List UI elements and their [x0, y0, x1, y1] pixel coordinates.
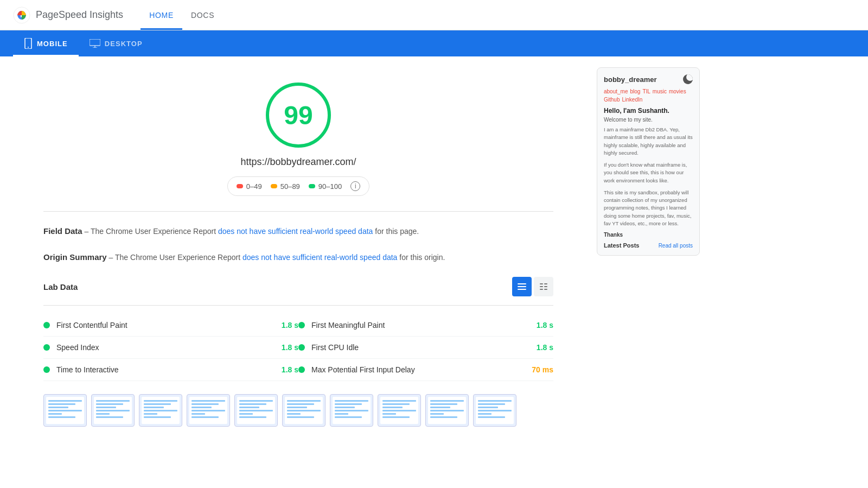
lab-data-header: Lab Data — [43, 277, 553, 296]
origin-summary-text: Origin Summary – The Chrome User Experie… — [43, 251, 553, 264]
moon-icon[interactable] — [683, 74, 693, 84]
screenshot-thumb-6 — [282, 394, 326, 427]
site-nav-link-about[interactable]: about_me — [604, 88, 628, 94]
view-toggle-list[interactable] — [512, 277, 532, 296]
content-area: 99 https://bobbydreamer.com/ 0–49 50–89 … — [0, 56, 597, 440]
metric-dot-fcp — [43, 322, 50, 328]
main-content: 99 https://bobbydreamer.com/ 0–49 50–89 … — [0, 56, 868, 440]
screenshots-strip — [43, 394, 553, 427]
metric-dot-fmp — [298, 322, 305, 328]
site-preview-header: bobby_dreamer — [604, 74, 693, 84]
lab-data-section: Lab Data — [43, 277, 553, 427]
svg-rect-3 — [90, 39, 100, 46]
site-nav-link-linkedin[interactable]: LinkedIn — [622, 97, 642, 103]
list-view-icon — [518, 283, 526, 290]
metric-name-fcp: First Contentful Paint — [56, 321, 266, 329]
svg-rect-9 — [540, 283, 543, 284]
site-preview-thanks: Thanks — [604, 232, 693, 238]
metric-row-fci: First CPU Idle 1.8 s — [298, 337, 553, 359]
site-preview-welcome: Welcome to my site. — [604, 117, 693, 123]
score-number: 99 — [284, 100, 312, 130]
lab-data-title: Lab Data — [43, 282, 78, 291]
svg-rect-7 — [518, 286, 526, 287]
legend-dot-red — [237, 184, 243, 188]
nav-tab-docs[interactable]: DOCS — [182, 0, 223, 30]
legend-label-orange: 50–89 — [280, 182, 300, 191]
field-data-text: Field Data – The Chrome User Experience … — [43, 225, 553, 238]
screenshot-thumb-4 — [187, 394, 230, 427]
site-nav-links: about_me blog TIL music movies Github Li… — [604, 88, 693, 103]
metric-name-fci: First CPU Idle — [311, 343, 521, 352]
info-icon[interactable]: i — [350, 181, 360, 191]
metric-row-fcp: First Contentful Paint 1.8 s — [43, 314, 298, 337]
svg-rect-10 — [540, 286, 543, 287]
legend-item-red: 0–49 — [237, 182, 262, 191]
legend-label-red: 0–49 — [246, 182, 262, 191]
screenshot-thumb-3 — [139, 394, 182, 427]
sidebar-preview: bobby_dreamer about_me blog TIL music mo… — [597, 67, 705, 429]
site-nav-link-movies[interactable]: movies — [669, 88, 686, 94]
nav-tabs: HOME DOCS — [141, 0, 223, 30]
screenshot-thumb-5 — [234, 394, 278, 427]
score-circle: 99 — [266, 83, 331, 148]
screenshot-thumb-2 — [91, 394, 135, 427]
metrics-divider — [43, 305, 553, 306]
nav-tab-home[interactable]: HOME — [141, 0, 182, 30]
metric-value-fci: 1.8 s — [521, 343, 553, 352]
device-tab-mobile[interactable]: MOBILE — [13, 30, 79, 56]
metric-name-mpfid: Max Potential First Input Delay — [311, 365, 521, 374]
legend-label-green: 90–100 — [318, 182, 342, 191]
site-preview-latest-posts: Latest Posts — [604, 242, 639, 249]
desktop-icon — [90, 39, 100, 48]
origin-summary-heading: Origin Summary — [43, 252, 107, 262]
legend-item-orange: 50–89 — [271, 182, 300, 191]
screenshot-thumb-10 — [473, 394, 516, 427]
svg-rect-14 — [544, 289, 547, 290]
metric-name-tti: Time to Interactive — [56, 365, 266, 374]
score-section: 99 https://bobbydreamer.com/ 0–49 50–89 … — [43, 69, 553, 207]
svg-rect-6 — [518, 283, 526, 284]
app-title: PageSpeed Insights — [36, 9, 123, 21]
legend-dot-orange — [271, 184, 277, 188]
site-nav-link-github[interactable]: Github — [604, 97, 620, 103]
screenshot-thumb-8 — [378, 394, 421, 427]
site-nav-link-music[interactable]: music — [653, 88, 667, 94]
metric-value-fmp: 1.8 s — [521, 321, 553, 329]
screenshot-thumb-1 — [43, 394, 87, 427]
site-preview-name: bobby_dreamer — [604, 75, 657, 84]
site-preview-body2: If you don't know what mainframe is, you… — [604, 161, 693, 185]
read-all-posts-link[interactable]: Read all posts — [659, 243, 693, 249]
metric-dot-fci — [298, 344, 305, 351]
site-nav-link-blog[interactable]: blog — [630, 88, 640, 94]
svg-rect-12 — [544, 283, 547, 284]
mobile-icon — [24, 38, 33, 49]
site-preview-card: bobby_dreamer about_me blog TIL music mo… — [597, 67, 700, 256]
metric-dot-si — [43, 344, 50, 351]
site-nav-link-til[interactable]: TIL — [642, 88, 650, 94]
view-toggles — [512, 277, 553, 296]
svg-rect-11 — [540, 289, 543, 290]
site-preview-greeting: Hello, I'am Sushanth. — [604, 107, 693, 115]
score-divider — [43, 211, 553, 212]
field-data-link[interactable]: does not have sufficient real-world spee… — [218, 227, 373, 236]
site-preview-body1: I am a mainframe Db2 DBA. Yep, mainframe… — [604, 126, 693, 157]
metrics-grid: First Contentful Paint 1.8 s First Meani… — [43, 314, 553, 381]
view-toggle-grid[interactable] — [534, 277, 553, 296]
screenshot-thumb-9 — [425, 394, 469, 427]
metric-value-si: 1.8 s — [266, 343, 298, 352]
metric-row-si: Speed Index 1.8 s — [43, 337, 298, 359]
field-data-heading: Field Data — [43, 226, 82, 236]
origin-summary-link[interactable]: does not have sufficient real-world spee… — [242, 253, 397, 262]
score-url: https://bobbydreamer.com/ — [240, 156, 356, 168]
top-navigation: PageSpeed Insights HOME DOCS — [0, 0, 868, 30]
metric-row-mpfid: Max Potential First Input Delay 70 ms — [298, 359, 553, 381]
site-preview-body3: This site is my sandbox, probably will c… — [604, 189, 693, 227]
svg-rect-8 — [518, 289, 526, 290]
legend-item-green: 90–100 — [309, 182, 342, 191]
logo-area: PageSpeed Insights — [13, 7, 123, 24]
metric-value-mpfid: 70 ms — [521, 365, 553, 374]
svg-point-2 — [28, 47, 29, 48]
legend-dot-green — [309, 184, 315, 188]
metric-value-tti: 1.8 s — [266, 365, 298, 374]
device-tab-desktop[interactable]: DESKTOP — [79, 30, 154, 56]
